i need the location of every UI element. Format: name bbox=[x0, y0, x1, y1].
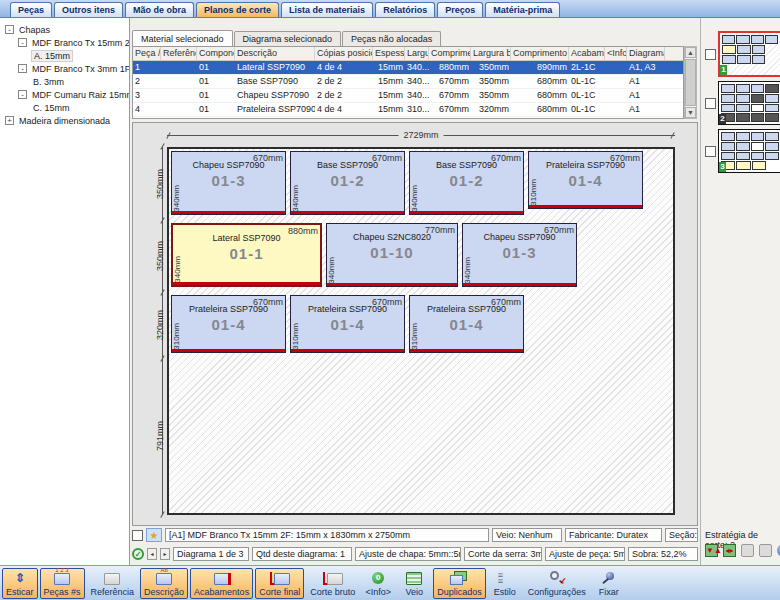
toolbar-button-reference[interactable]: Referência bbox=[87, 568, 139, 599]
tab-material-selecionado[interactable]: Material selecionado bbox=[132, 30, 233, 46]
thumbnail-checkbox[interactable] bbox=[705, 98, 716, 109]
tab-diagrama-selecionado[interactable]: Diagrama selecionado bbox=[234, 31, 342, 46]
piece-width-label: 670mm bbox=[610, 153, 640, 163]
cell: 15mm bbox=[373, 89, 405, 102]
piece-width-label: 770mm bbox=[425, 225, 455, 235]
toolbar-button-label: Peças #s bbox=[44, 587, 81, 597]
piece[interactable]: Chapeu SSP709001-3670mm340mm bbox=[462, 223, 577, 287]
mini-piece bbox=[752, 161, 766, 170]
top-tab-m-o-de-obra[interactable]: Mão de obra bbox=[125, 2, 194, 17]
style-icon: ≡≡ bbox=[494, 570, 516, 586]
tab-pe-as-n-o-alocadas[interactable]: Peças não alocadas bbox=[342, 31, 441, 46]
top-tab-pre-os[interactable]: Preços bbox=[437, 2, 483, 17]
diagram-thumbnail[interactable]: 1 bbox=[718, 31, 780, 77]
cell: Base SSP7090 bbox=[235, 75, 315, 88]
cell: 3 bbox=[133, 89, 161, 102]
table-row[interactable]: 201Base SSP70902 de 215mm340...670mm350m… bbox=[133, 75, 683, 89]
tree-expander-icon[interactable]: - bbox=[5, 25, 14, 34]
piece[interactable]: Chapeu S2NC802001-10770mm340mm bbox=[326, 223, 458, 287]
column-header[interactable]: Componen bbox=[197, 47, 235, 60]
tree-expander-icon[interactable]: - bbox=[18, 38, 27, 47]
piece[interactable]: Prateleira SSP709001-4670mm310mm bbox=[528, 151, 643, 209]
tree-item[interactable]: -MDF Branco Tx 3mm 1F bbox=[0, 62, 129, 75]
top-tab-relat-rios[interactable]: Relatórios bbox=[375, 2, 435, 17]
strategy-split-icon[interactable]: ◂▸ bbox=[723, 544, 736, 557]
piece[interactable]: Base SSP709001-2670mm340mm bbox=[409, 151, 524, 215]
top-tab-lista-de-materiais[interactable]: Lista de materiais bbox=[281, 2, 373, 17]
tree-expander-icon[interactable]: + bbox=[5, 116, 14, 125]
top-tab-planos-de-corte[interactable]: Planos de corte bbox=[196, 2, 279, 17]
column-header[interactable]: Referênc bbox=[161, 47, 197, 60]
prev-diagram-button[interactable]: ◂ bbox=[147, 548, 157, 560]
piece[interactable]: Base SSP709001-2670mm340mm bbox=[290, 151, 405, 215]
toolbar-button-style[interactable]: ≡≡Estilo bbox=[488, 568, 522, 599]
printer-icon[interactable] bbox=[741, 544, 754, 557]
scroll-down-icon[interactable]: ▼ bbox=[685, 107, 696, 118]
piece[interactable]: Lateral SSP709001-1880mm340mm bbox=[171, 223, 322, 287]
toolbar-button-duplicates[interactable]: Duplicados bbox=[433, 568, 486, 599]
table-row[interactable]: 101Lateral SSP70904 de 415mm340...880mm3… bbox=[133, 61, 683, 75]
table-row[interactable]: 401Prateleira SSP70904 de 415mm310...670… bbox=[133, 103, 683, 117]
column-header[interactable]: Descrição bbox=[235, 47, 315, 60]
cell: A1, A3 bbox=[627, 61, 665, 74]
piece[interactable]: Chapeu SSP709001-3670mm340mm bbox=[171, 151, 286, 215]
toolbar-button-rough-cut[interactable]: Corte bruto bbox=[306, 568, 359, 599]
column-header[interactable]: Cópias posicion bbox=[315, 47, 373, 60]
table-row[interactable]: 301Chapeu SSP70902 de 215mm340...670mm35… bbox=[133, 89, 683, 103]
next-diagram-button[interactable]: ▸ bbox=[160, 548, 170, 560]
toolbar-button-settings[interactable]: ✓Configurações bbox=[524, 568, 590, 599]
toolbar-button-grain[interactable]: Veio bbox=[397, 568, 431, 599]
toolbar-button-info[interactable]: 0<Info> bbox=[361, 568, 395, 599]
piece[interactable]: Prateleira SSP709001-4670mm310mm bbox=[409, 295, 524, 353]
tree-expander-icon[interactable]: - bbox=[18, 64, 27, 73]
toolbar-button-edging[interactable]: Acabamentos bbox=[190, 568, 253, 599]
top-tab-outros-itens[interactable]: Outros itens bbox=[54, 2, 123, 17]
scroll-up-icon[interactable]: ▲ bbox=[685, 47, 696, 58]
dimension-tick bbox=[160, 143, 164, 150]
tree-item[interactable]: C. 15mm bbox=[0, 101, 129, 114]
tree-item[interactable]: -MDF Branco Tx 15mm 2F bbox=[0, 36, 129, 49]
tree-item[interactable]: -Chapas bbox=[0, 23, 129, 36]
column-header[interactable]: Comprimento b bbox=[511, 47, 569, 60]
column-header[interactable]: Diagrama # bbox=[627, 47, 665, 60]
cutting-sheet[interactable]: Chapeu SSP709001-3670mm340mmBase SSP7090… bbox=[167, 147, 675, 515]
mini-row bbox=[721, 142, 779, 151]
scroll-thumb[interactable] bbox=[685, 59, 696, 106]
table-scrollbar[interactable]: ▲ ▼ bbox=[684, 46, 697, 119]
tree-item[interactable]: A. 15mm bbox=[0, 49, 129, 62]
column-header[interactable]: Largura br bbox=[471, 47, 511, 60]
piece-width-label: 670mm bbox=[491, 153, 521, 163]
saw-kerf-field: Corte da serra: 3mm bbox=[464, 547, 542, 561]
column-header[interactable]: Comprimei bbox=[429, 47, 471, 60]
piece[interactable]: Prateleira SSP709001-4670mm310mm bbox=[171, 295, 286, 353]
toolbar-button-description[interactable]: AbDescrição bbox=[140, 568, 188, 599]
mini-piece bbox=[751, 84, 765, 93]
toolbar-button-stretch[interactable]: ⇕Esticar bbox=[2, 568, 38, 599]
strategy-merge-icon[interactable]: ▼▲ bbox=[705, 544, 718, 557]
tree-item[interactable]: -MDF Cumaru Raiz 15mm 2F bbox=[0, 88, 129, 101]
manufacturer-field: Fabricante: Duratex bbox=[565, 528, 662, 542]
toolbar-button-final-cut[interactable]: Corte final bbox=[255, 568, 304, 599]
diagram-thumbnail[interactable]: 2 bbox=[718, 81, 780, 125]
diagram-thumbnail[interactable]: 3 bbox=[718, 129, 780, 173]
column-header[interactable]: Acabamei bbox=[569, 47, 605, 60]
favorite-star-icon[interactable]: ★ bbox=[146, 528, 162, 542]
sheet-checkbox[interactable] bbox=[132, 530, 143, 541]
column-header[interactable]: Espessu bbox=[373, 47, 405, 60]
top-tab-mat-ria-prima[interactable]: Matéria-prima bbox=[485, 2, 560, 17]
thumbnail-checkbox[interactable] bbox=[705, 49, 716, 60]
printer-preview-icon[interactable] bbox=[759, 544, 772, 557]
tree-expander-icon[interactable]: - bbox=[18, 90, 27, 99]
column-header[interactable]: <Info bbox=[605, 47, 627, 60]
tree-item[interactable]: B. 3mm bbox=[0, 75, 129, 88]
top-tab-pe-as[interactable]: Peças bbox=[10, 2, 52, 17]
column-header[interactable]: Peça / bbox=[133, 47, 161, 60]
cell: 340... bbox=[405, 89, 429, 102]
tree-item[interactable]: +Madeira dimensionada bbox=[0, 114, 129, 127]
piece-code: 01-10 bbox=[327, 244, 457, 261]
toolbar-button-numbers[interactable]: 1 2 3Peças #s bbox=[40, 568, 85, 599]
piece[interactable]: Prateleira SSP709001-4670mm310mm bbox=[290, 295, 405, 353]
thumbnail-checkbox[interactable] bbox=[705, 146, 716, 157]
column-header[interactable]: Largur bbox=[405, 47, 429, 60]
toolbar-button-pin[interactable]: Fixar bbox=[592, 568, 626, 599]
